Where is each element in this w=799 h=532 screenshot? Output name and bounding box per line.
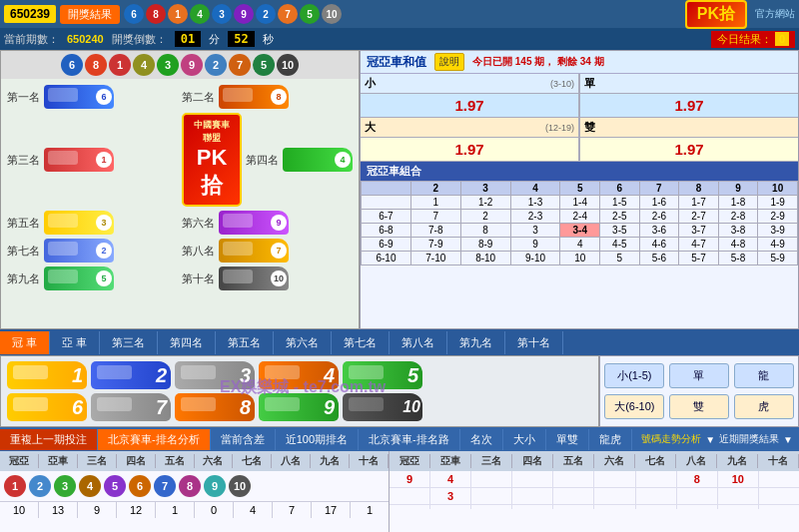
- side-da-box[interactable]: 大(6-10): [604, 394, 664, 419]
- combo-r2-c5: 2-5: [600, 210, 640, 224]
- rd-1-1: 4: [430, 471, 471, 487]
- race-numbers-row: 6 8 1 4 3 9 2 7 5 10: [1, 51, 359, 79]
- car-rank-4: 4: [283, 148, 353, 172]
- bb-7[interactable]: 7: [154, 475, 176, 497]
- bb-3[interactable]: 3: [54, 475, 76, 497]
- today-closed-count: 145: [515, 56, 532, 67]
- combo-r2-c2: 2: [460, 210, 510, 224]
- tab-yache[interactable]: 亞 車: [50, 331, 100, 354]
- da-label: 大: [365, 120, 376, 135]
- combo-h2: 3: [460, 182, 510, 196]
- bb-8[interactable]: 8: [179, 475, 201, 497]
- tab-rank10[interactable]: 第十名: [505, 331, 563, 354]
- bb-6[interactable]: 6: [129, 475, 151, 497]
- shuang-header: 雙: [580, 118, 798, 138]
- xiao-value[interactable]: 1.97: [361, 94, 578, 117]
- car-display-8[interactable]: 8: [175, 393, 255, 421]
- ball-8: 7: [278, 4, 298, 24]
- current-period-value: 650240: [67, 33, 104, 45]
- side-long-box[interactable]: 龍: [734, 363, 794, 388]
- side-shuang-label: 雙: [678, 399, 720, 414]
- bb-5[interactable]: 5: [104, 475, 126, 497]
- ball-4: 4: [190, 4, 210, 24]
- explain-button[interactable]: 說明: [434, 53, 464, 71]
- car-display-9[interactable]: 9: [259, 393, 339, 421]
- unit2: 期: [594, 56, 604, 67]
- nav-current-gap[interactable]: 當前含差: [211, 429, 276, 450]
- rd-2-6: [636, 488, 677, 504]
- rd-1-5: [594, 471, 635, 487]
- open-results-button[interactable]: 開獎結果: [60, 5, 120, 24]
- recent-results-btn[interactable]: 近期開獎結果: [719, 432, 779, 446]
- combo-r5-c0: 6-10: [362, 252, 411, 266]
- combo-r4-c9: 4-9: [758, 238, 798, 252]
- tab-rank6[interactable]: 第六名: [274, 331, 332, 354]
- car-1-number: 6: [96, 89, 112, 105]
- ah-ba: 八名: [272, 454, 311, 468]
- car-rank-1: 6: [44, 85, 114, 109]
- car-display-5[interactable]: 5: [343, 361, 422, 389]
- balls-row: 6 8 1 4 3 9 2 7 5 10: [124, 4, 342, 24]
- stat-1: 13: [39, 502, 78, 518]
- rah-wu: 五名: [553, 454, 594, 468]
- car-display-6[interactable]: 6: [7, 393, 87, 421]
- da-section: 大 (12-19) 1.97: [361, 118, 580, 161]
- side-dan-box[interactable]: 單: [669, 363, 729, 388]
- side-hu-box[interactable]: 虎: [734, 394, 794, 419]
- combo-r4-c4: 4: [560, 238, 600, 252]
- rah-liu: 六名: [594, 454, 635, 468]
- car-display-10[interactable]: 10: [343, 393, 422, 421]
- cars-display-section: 1 2 3 4 5: [0, 355, 799, 427]
- car-display-4[interactable]: 4: [259, 361, 339, 389]
- nav-mingci[interactable]: 名次: [460, 429, 503, 450]
- combo-title: 冠亞車組合: [361, 162, 798, 181]
- da-header: 大 (12-19): [361, 118, 578, 138]
- tab-rank7[interactable]: 第七名: [332, 331, 390, 354]
- nav-ranking-road[interactable]: 北京賽車-排名路: [359, 429, 460, 450]
- nav-daxiao[interactable]: 大小: [503, 429, 546, 450]
- right-data-row-1: 9 4 8 10: [390, 471, 799, 488]
- rd-1-8: 10: [718, 471, 759, 487]
- rn-5: 5: [253, 54, 275, 76]
- car-display-3[interactable]: 3: [175, 361, 255, 389]
- shuang-value[interactable]: 1.97: [580, 138, 798, 161]
- ah-guanche: 冠亞: [0, 454, 39, 468]
- nav-ranking-analysis[interactable]: 北京賽車-排名分析: [98, 429, 211, 450]
- side-xiao-box[interactable]: 小(1-5): [604, 363, 664, 388]
- nav-100-ranking[interactable]: 近100期排名: [276, 429, 359, 450]
- combo-table: 2 3 4 5 6 7 8 9 10 1 1-2: [361, 181, 798, 266]
- trend-analysis-btn[interactable]: 號碼走勢分析: [641, 432, 701, 446]
- nav-separator2: ▼: [783, 434, 793, 445]
- bb-9[interactable]: 9: [204, 475, 226, 497]
- bb-1[interactable]: 1: [4, 475, 26, 497]
- tab-rank5[interactable]: 第五名: [216, 331, 274, 354]
- car-display-2[interactable]: 2: [91, 361, 171, 389]
- rank-2-label: 第二名: [182, 90, 215, 105]
- bb-4[interactable]: 4: [79, 475, 101, 497]
- da-value[interactable]: 1.97: [361, 138, 578, 161]
- side-odds-row-2: 大(6-10) 雙 虎: [604, 394, 794, 419]
- car-display-1[interactable]: 1: [7, 361, 87, 389]
- car-display-7[interactable]: 7: [91, 393, 171, 421]
- rank-2-row: 第二名 8: [182, 85, 353, 109]
- side-shuang-box[interactable]: 雙: [669, 394, 729, 419]
- rd-2-9: [759, 488, 799, 504]
- refresh-bet-button[interactable]: 重複上一期投注: [0, 429, 98, 450]
- side-da-label: 大(6-10): [613, 399, 655, 414]
- tab-rank8[interactable]: 第八名: [390, 331, 447, 354]
- nav-longhu[interactable]: 龍虎: [589, 429, 632, 450]
- dan-value[interactable]: 1.97: [580, 94, 798, 117]
- bb-2[interactable]: 2: [29, 475, 51, 497]
- tab-guanche[interactable]: 冠 車: [0, 331, 50, 354]
- tab-rank3[interactable]: 第三名: [100, 331, 158, 354]
- ball-2: 8: [146, 4, 166, 24]
- combo-h5: 6: [600, 182, 640, 196]
- nav-danshuang[interactable]: 單雙: [546, 429, 589, 450]
- tab-rank4[interactable]: 第四名: [158, 331, 216, 354]
- bb-10[interactable]: 10: [229, 475, 251, 497]
- tab-rank9[interactable]: 第九名: [447, 331, 505, 354]
- side-odds-row-1: 小(1-5) 單 龍: [604, 363, 794, 388]
- car-7-number: 2: [96, 243, 112, 259]
- combo-r1-c5: 1-5: [600, 196, 640, 210]
- odds-table-2: 大 (12-19) 1.97 雙 1.97: [361, 118, 798, 162]
